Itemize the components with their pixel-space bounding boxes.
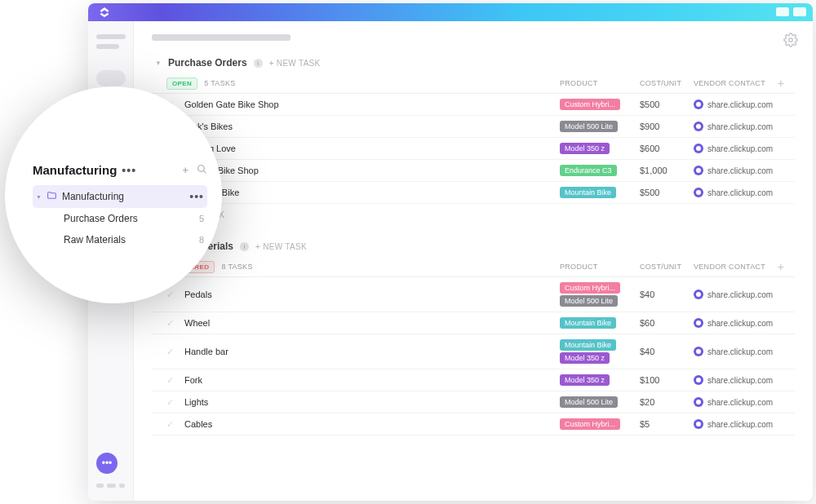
product-tag[interactable]: Endurance C3 [560,165,617,176]
task-row[interactable]: ✓ Pedals Custom Hybri...Model 500 Lite $… [152,277,795,312]
link-icon [694,99,703,109]
task-row[interactable]: ✓ Handle bar Mountain BikeModel 350 z $4… [152,334,795,369]
task-row[interactable]: ✓ Lights Model 500 Lite $20 share.clicku… [152,391,795,413]
col-cost: COST/UNIT [640,263,694,271]
task-row[interactable]: ✓ Wheel Mountain Bike $60 share.clickup.… [152,312,795,334]
link-icon [694,290,703,299]
more-icon[interactable]: ••• [189,190,204,203]
add-task-button[interactable]: + ADD TASK [152,204,795,226]
info-icon[interactable]: i [254,59,263,68]
link-icon [694,318,703,328]
list-item[interactable]: Purchase Orders5 [60,208,207,229]
settings-icon[interactable] [783,33,798,51]
new-task-button[interactable]: + NEW TASK [255,242,307,251]
window-min-button[interactable] [776,7,789,16]
check-icon[interactable]: ✓ [166,318,178,329]
logo-icon [98,6,111,22]
product-tag[interactable]: Custom Hybri... [560,418,620,430]
list-name: Raw Materials [64,234,199,245]
new-task-button[interactable]: + NEW TASK [269,59,321,68]
task-row[interactable]: ✓ Golden Gate Bike Shop Custom Hybri... … [152,94,795,116]
chevron-down-icon[interactable]: ▼ [155,60,162,67]
product-tag[interactable]: Model 350 z [560,143,610,154]
task-row[interactable]: ✓ Rainbow Bike Mountain Bike $500 share.… [152,182,795,204]
folder-manufacturing[interactable]: ▼ Manufacturing ••• [33,185,207,208]
vendor-link[interactable]: share.clickup.com [694,318,775,328]
vendor-link[interactable]: share.clickup.com [694,188,775,197]
vendor-link[interactable]: share.clickup.com [694,122,775,131]
vendor-link[interactable]: share.clickup.com [694,290,775,299]
space-title: Manufacturing [33,163,117,177]
vendor-link[interactable]: share.clickup.com [694,375,775,385]
product-tag[interactable]: Mountain Bike [560,317,616,329]
search-icon[interactable] [197,164,207,177]
vendor-link[interactable]: share.clickup.com [694,99,775,109]
titlebar [88,3,813,21]
sidebar-magnifier: Manufacturing ••• + ▼ Manufacturing ••• … [5,86,222,303]
product-tag[interactable]: Mountain Bike [560,339,616,351]
task-row[interactable]: ✓ Rick's Bikes Model 500 Lite $900 share… [152,116,795,138]
task-count: 5 TASKS [204,79,235,87]
link-icon [694,144,703,153]
task-row[interactable]: ✓ Jenna's Bike Shop Endurance C3 $1,000 … [152,160,795,182]
cost-value: $600 [640,144,694,153]
task-name: Cycling Love [184,144,560,153]
vendor-link[interactable]: share.clickup.com [694,419,775,429]
window-max-button[interactable] [793,7,806,16]
product-tag[interactable]: Model 500 Lite [560,121,618,132]
task-row[interactable]: ✓ Cycling Love Model 350 z $600 share.cl… [152,138,795,160]
task-name: Rainbow Bike [184,188,560,197]
col-product: PRODUCT [560,263,640,271]
task-name: Pedals [184,290,560,299]
link-icon [694,166,703,175]
check-icon[interactable]: ✓ [166,290,178,300]
product-tag[interactable]: Model 500 Lite [560,396,618,408]
check-icon[interactable]: ✓ [166,375,178,386]
vendor-link[interactable]: share.clickup.com [694,347,775,356]
product-tag[interactable]: Mountain Bike [560,187,616,198]
vendor-link[interactable]: share.clickup.com [694,166,775,175]
check-icon[interactable]: ✓ [166,419,178,430]
link-icon [694,419,703,429]
task-name: Golden Gate Bike Shop [184,99,560,109]
check-icon[interactable]: ✓ [166,397,178,408]
col-vendor: VENDOR CONTACT [694,79,775,87]
task-name: Fork [184,375,560,385]
task-row[interactable]: ✓ Cables Custom Hybri... $5 share.clicku… [152,413,795,435]
col-product: PRODUCT [560,79,640,87]
window-controls [776,7,806,16]
check-icon[interactable]: ✓ [166,347,178,357]
chat-icon[interactable]: ••• [96,453,118,474]
folder-icon [47,190,57,203]
task-name: Cables [184,419,560,429]
skeleton-line [96,44,119,49]
chevron-down-icon: ▼ [36,194,42,200]
more-icon[interactable]: ••• [122,164,136,177]
list-name: Purchase Orders [64,213,199,224]
svg-point-0 [789,38,793,42]
cost-value: $900 [640,122,694,131]
skeleton-line [96,34,126,39]
status-badge[interactable]: OPEN [166,77,197,90]
skeleton-footer [96,484,125,488]
product-tag[interactable]: Model 350 z [560,374,610,386]
cost-value: $40 [640,347,694,356]
list-item[interactable]: Raw Materials8 [60,229,207,250]
vendor-link[interactable]: share.clickup.com [694,144,775,153]
product-tag[interactable]: Model 500 Lite [560,295,618,307]
product-tag[interactable]: Custom Hybri... [560,99,620,110]
product-tag[interactable]: Custom Hybri... [560,282,620,294]
col-cost: COST/UNIT [640,79,694,87]
add-column-button[interactable]: + [775,77,787,90]
folder-name: Manufacturing [62,191,189,202]
task-name: Jenna's Bike Shop [184,166,560,175]
vendor-link[interactable]: share.clickup.com [694,397,775,407]
task-name: Lights [184,397,560,407]
task-count: 8 TASKS [221,263,252,271]
svg-point-1 [198,165,205,171]
task-row[interactable]: ✓ Fork Model 350 z $100 share.clickup.co… [152,369,795,391]
add-icon[interactable]: + [182,164,188,176]
add-column-button[interactable]: + [775,260,787,273]
product-tag[interactable]: Model 350 z [560,352,610,364]
info-icon[interactable]: i [240,242,249,251]
